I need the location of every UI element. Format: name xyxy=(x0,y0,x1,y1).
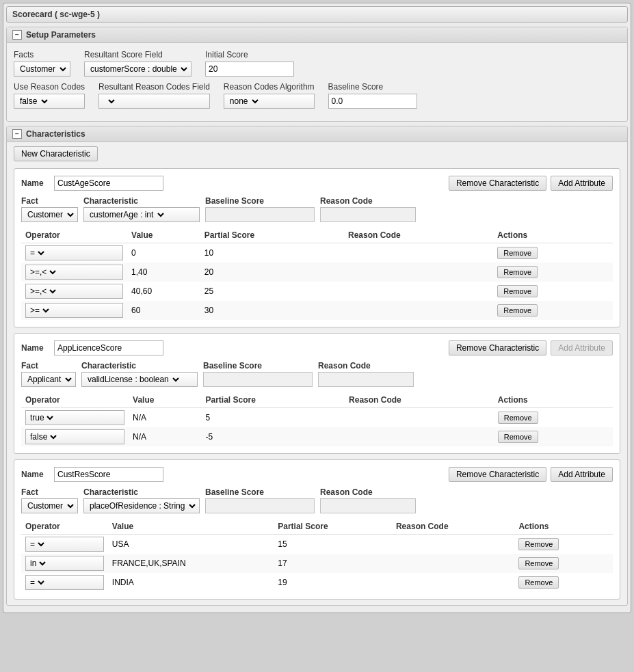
initial-score-label: Initial Score xyxy=(205,50,294,59)
partial-score-cell-1-1: -5 xyxy=(202,427,345,446)
setup-section-label: Setup Parameters xyxy=(26,30,96,40)
remove-row-button-1-0[interactable]: Remove xyxy=(498,412,538,424)
resultant-reason-codes-field-select-wrapper[interactable] xyxy=(98,94,210,109)
operator-select-wrapper-2-0[interactable]: = xyxy=(25,537,104,552)
char-reason-code-group-0: Reason Code xyxy=(320,196,416,222)
operator-select-wrapper-2-2[interactable]: = xyxy=(25,575,104,590)
facts-select-wrapper[interactable]: Customer xyxy=(14,62,70,77)
operator-select-1-1[interactable]: false xyxy=(27,431,59,442)
char-fact-select-2[interactable]: Customer xyxy=(23,500,76,511)
char-fact-label-2: Fact xyxy=(21,487,78,497)
operator-select-wrapper-0-1[interactable]: >=,< xyxy=(25,265,123,280)
remove-row-button-1-1[interactable]: Remove xyxy=(498,431,538,443)
char-characteristic-group-0: CharacteristiccustomerAge : int xyxy=(83,196,200,222)
value-cell-1-1: N/A xyxy=(129,427,201,446)
baseline-score-group: Baseline Score xyxy=(328,82,417,109)
remove-row-button-2-2[interactable]: Remove xyxy=(518,576,559,589)
char-characteristic-label-2: Characteristic xyxy=(83,487,200,497)
remove-characteristic-button-0[interactable]: Remove Characteristic xyxy=(449,176,546,191)
setup-row-1: Facts Customer Resultant Score Field cus… xyxy=(14,50,620,77)
value-cell-2-0: USA xyxy=(108,535,274,554)
char-header-1: NameRemove CharacteristicAdd Attribute xyxy=(21,340,613,355)
table-row: >=,<40,6025Remove xyxy=(21,282,613,301)
char-reason-code-label-1: Reason Code xyxy=(318,361,414,371)
actions-cell-0-3: Remove xyxy=(493,301,613,320)
char-name-input-0[interactable] xyxy=(54,176,163,191)
value-cell-2-1: FRANCE,UK,SPAIN xyxy=(108,554,274,573)
new-characteristic-area: New Characteristic xyxy=(7,142,627,163)
operator-select-wrapper-0-0[interactable]: = xyxy=(25,245,123,260)
reason-codes-algorithm-select[interactable]: none xyxy=(226,96,261,107)
operator-cell-1-1: false xyxy=(21,427,129,446)
char-characteristic-group-2: CharacteristicplaceOfResidence : String xyxy=(83,487,200,513)
value-cell-0-1: 1,40 xyxy=(127,263,200,282)
remove-row-button-0-2[interactable]: Remove xyxy=(497,285,538,297)
char-reason-code-input-2[interactable] xyxy=(320,498,416,513)
operator-select-wrapper-0-3[interactable]: >= xyxy=(25,303,123,318)
remove-characteristic-button-1[interactable]: Remove Characteristic xyxy=(449,340,546,355)
char-fact-select-wrapper-2[interactable]: Customer xyxy=(21,498,78,513)
resultant-reason-codes-field-group: Resultant Reason Codes Field xyxy=(98,82,210,109)
remove-row-button-0-3[interactable]: Remove xyxy=(497,304,538,317)
char-fields-2: FactCustomerCharacteristicplaceOfResiden… xyxy=(21,487,613,513)
char-characteristic-select-wrapper-1[interactable]: validLicense : boolean xyxy=(81,372,198,387)
use-reason-codes-group: Use Reason Codes false true xyxy=(14,82,85,109)
resultant-score-field-select-wrapper[interactable]: customerScore : double xyxy=(84,62,191,77)
reason-codes-algorithm-select-wrapper[interactable]: none xyxy=(224,94,315,109)
use-reason-codes-select[interactable]: false true xyxy=(16,96,50,107)
operator-select-0-0[interactable]: = xyxy=(27,247,47,258)
characteristics-collapse-icon[interactable]: − xyxy=(12,129,22,139)
char-characteristic-select-2[interactable]: placeOfResidence : String xyxy=(85,500,198,511)
char-fact-group-2: FactCustomer xyxy=(21,487,78,513)
char-characteristic-select-wrapper-0[interactable]: customerAge : int xyxy=(83,207,200,222)
operator-select-1-0[interactable]: true xyxy=(27,412,55,423)
char-name-input-1[interactable] xyxy=(54,340,163,355)
char-reason-code-input-0[interactable] xyxy=(320,207,416,222)
operator-select-wrapper-1-1[interactable]: false xyxy=(25,429,124,444)
setup-collapse-icon[interactable]: − xyxy=(12,30,22,40)
char-baseline-input-2[interactable] xyxy=(205,498,315,513)
table-row: trueN/A5Remove xyxy=(21,408,613,428)
remove-row-button-0-1[interactable]: Remove xyxy=(497,266,538,278)
add-attribute-button-2[interactable]: Add Attribute xyxy=(551,467,613,482)
char-reason-code-input-1[interactable] xyxy=(318,372,414,387)
remove-row-button-0-0[interactable]: Remove xyxy=(497,247,538,259)
initial-score-input[interactable] xyxy=(205,62,294,77)
char-name-input-2[interactable] xyxy=(54,467,163,482)
operator-select-wrapper-1-0[interactable]: true xyxy=(25,410,124,425)
operator-select-wrapper-2-1[interactable]: in xyxy=(25,556,104,571)
char-baseline-input-1[interactable] xyxy=(203,372,313,387)
remove-characteristic-button-2[interactable]: Remove Characteristic xyxy=(449,467,546,482)
new-characteristic-button[interactable]: New Characteristic xyxy=(14,146,98,161)
char-fact-select-0[interactable]: Customer xyxy=(23,209,76,220)
value-cell-0-2: 40,60 xyxy=(127,282,200,301)
operator-select-2-2[interactable]: = xyxy=(27,577,47,588)
partial-score-cell-2-2: 19 xyxy=(274,573,392,592)
baseline-score-input[interactable] xyxy=(328,94,417,109)
add-attribute-button-0[interactable]: Add Attribute xyxy=(551,176,613,191)
remove-row-button-2-0[interactable]: Remove xyxy=(518,538,559,550)
resultant-score-field-label: Resultant Score Field xyxy=(84,50,191,59)
reason-codes-algorithm-label: Reason Codes Algorithm xyxy=(224,82,315,92)
resultant-score-field-select[interactable]: customerScore : double xyxy=(86,64,189,75)
operator-select-wrapper-0-2[interactable]: >=,< xyxy=(25,284,123,299)
facts-select[interactable]: Customer xyxy=(16,64,68,75)
char-characteristic-select-wrapper-2[interactable]: placeOfResidence : String xyxy=(83,498,200,513)
operator-select-0-3[interactable]: >= xyxy=(27,305,51,316)
use-reason-codes-select-wrapper[interactable]: false true xyxy=(14,94,85,109)
char-baseline-input-0[interactable] xyxy=(205,207,315,222)
resultant-reason-codes-field-select[interactable] xyxy=(101,96,117,107)
remove-row-button-2-1[interactable]: Remove xyxy=(518,557,559,569)
operator-select-0-1[interactable]: >=,< xyxy=(27,267,58,278)
char-fact-select-1[interactable]: Applicant xyxy=(23,374,74,385)
char-name-label-1: Name xyxy=(21,343,49,353)
value-cell-0-3: 60 xyxy=(127,301,200,320)
operator-select-0-2[interactable]: >=,< xyxy=(27,286,58,297)
operator-select-2-1[interactable]: in xyxy=(27,558,48,569)
char-header-0: NameRemove CharacteristicAdd Attribute xyxy=(21,176,613,191)
char-fact-select-wrapper-1[interactable]: Applicant xyxy=(21,372,76,387)
operator-select-2-0[interactable]: = xyxy=(27,539,47,550)
char-characteristic-select-0[interactable]: customerAge : int xyxy=(85,209,166,220)
char-fact-select-wrapper-0[interactable]: Customer xyxy=(21,207,78,222)
char-characteristic-select-1[interactable]: validLicense : boolean xyxy=(83,374,181,385)
